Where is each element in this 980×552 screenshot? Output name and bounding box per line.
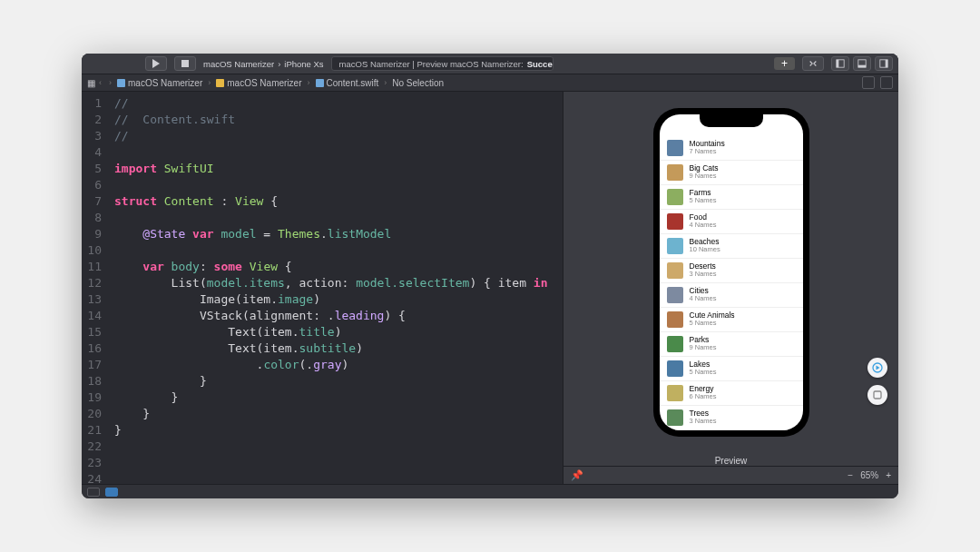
editor-footer: [82, 484, 898, 498]
related-items-icon[interactable]: ▦: [87, 78, 93, 88]
toggle-debug-button[interactable]: [853, 56, 871, 71]
iphone-frame: Mountains7 NamesBig Cats9 NamesFarms5 Na…: [653, 108, 809, 437]
toggle-navigator-button[interactable]: [831, 56, 849, 71]
zoom-level[interactable]: 65%: [860, 470, 878, 480]
preview-label: Preview: [564, 452, 898, 466]
run-button[interactable]: [145, 56, 167, 71]
thumbnail: [667, 164, 683, 181]
status-result: Succeeded: [527, 59, 554, 69]
chevron-icon: ›: [382, 78, 388, 87]
svg-rect-2: [837, 60, 839, 67]
back-button[interactable]: ‹: [97, 78, 103, 87]
list-item[interactable]: Lakes5 Names: [660, 357, 803, 381]
source-editor[interactable]: 1234567891011121314151617181920212223242…: [82, 92, 563, 484]
thumbnail: [667, 213, 683, 230]
content-area: 1234567891011121314151617181920212223242…: [82, 92, 898, 484]
footer-button-2[interactable]: [105, 488, 118, 497]
list-item[interactable]: Beaches10 Names: [660, 234, 803, 259]
forward-button[interactable]: ›: [107, 78, 113, 87]
preview-list: Mountains7 NamesBig Cats9 NamesFarms5 Na…: [660, 114, 803, 430]
footer-button-1[interactable]: [87, 488, 100, 497]
line-gutter: 1234567891011121314151617181920212223242…: [82, 92, 107, 484]
list-item[interactable]: Cute Animals5 Names: [660, 308, 803, 332]
row-subtitle: 5 Names: [690, 369, 717, 376]
toolbar: macOS Namerizer › iPhone Xs macOS Nameri…: [82, 54, 898, 74]
list-item[interactable]: Farms5 Names: [660, 185, 803, 210]
row-subtitle: 9 Names: [690, 344, 717, 351]
row-subtitle: 6 Names: [690, 393, 717, 400]
scheme-target: macOS Namerizer: [203, 59, 274, 69]
row-subtitle: 5 Names: [690, 320, 735, 327]
pin-preview-button[interactable]: 📌: [571, 469, 583, 481]
jump-file[interactable]: Content.swift: [316, 78, 379, 88]
svg-rect-0: [181, 60, 189, 67]
scheme-device: iPhone Xs: [284, 59, 323, 69]
thumbnail: [667, 287, 683, 303]
status-text: macOS Namerizer | Preview macOS Namerize…: [339, 59, 524, 69]
live-preview-button[interactable]: [867, 358, 887, 378]
list-item[interactable]: Deserts3 Names: [660, 259, 803, 283]
thumbnail: [667, 238, 683, 254]
code-review-button[interactable]: [802, 56, 824, 71]
project-icon: [117, 79, 125, 87]
thumbnail: [667, 385, 683, 401]
thumbnail: [667, 140, 683, 156]
scheme-selector[interactable]: macOS Namerizer › iPhone Xs: [203, 59, 324, 69]
jump-project[interactable]: macOS Namerizer: [117, 78, 202, 88]
canvas-footer: 📌 − 65% +: [564, 466, 898, 484]
thumbnail: [667, 311, 683, 328]
zoom-in-button[interactable]: +: [886, 470, 891, 480]
thumbnail: [667, 409, 683, 426]
chevron-icon: ›: [306, 78, 312, 87]
swift-file-icon: [316, 79, 324, 87]
zoom-out-button[interactable]: −: [848, 470, 853, 480]
row-subtitle: 4 Names: [690, 295, 717, 302]
jump-selection[interactable]: No Selection: [392, 78, 444, 88]
canvas-body[interactable]: Mountains7 NamesBig Cats9 NamesFarms5 Na…: [564, 92, 898, 452]
inspect-preview-button[interactable]: [867, 385, 887, 405]
list-item[interactable]: Parks9 Names: [660, 332, 803, 357]
jump-bar: ▦ ‹ › macOS Namerizer › macOS Namerizer …: [82, 74, 898, 92]
stop-button[interactable]: [174, 56, 196, 71]
notch: [700, 114, 763, 127]
xcode-window: macOS Namerizer › iPhone Xs macOS Nameri…: [82, 54, 898, 498]
list-item[interactable]: Food4 Names: [660, 210, 803, 234]
folder-icon: [216, 79, 224, 87]
thumbnail: [667, 360, 683, 377]
row-subtitle: 7 Names: [690, 148, 725, 155]
list-item[interactable]: Energy6 Names: [660, 381, 803, 406]
chevron-right-icon: ›: [278, 59, 280, 69]
row-subtitle: 5 Names: [690, 197, 717, 204]
row-subtitle: 3 Names: [690, 271, 717, 278]
preview-canvas: Mountains7 NamesBig Cats9 NamesFarms5 Na…: [563, 92, 898, 484]
editor-options-button[interactable]: [880, 76, 893, 89]
iphone-screen: Mountains7 NamesBig Cats9 NamesFarms5 Na…: [660, 114, 803, 430]
thumbnail: [667, 336, 683, 352]
svg-rect-6: [886, 60, 888, 67]
chevron-icon: ›: [206, 78, 212, 87]
activity-status: macOS Namerizer | Preview macOS Namerize…: [331, 56, 554, 71]
list-item[interactable]: Cities4 Names: [660, 283, 803, 308]
row-subtitle: 9 Names: [690, 172, 719, 180]
library-add-button[interactable]: +: [774, 57, 795, 70]
list-item[interactable]: Big Cats9 Names: [660, 161, 803, 185]
thumbnail: [667, 262, 683, 279]
row-subtitle: 3 Names: [690, 418, 717, 425]
row-subtitle: 4 Names: [690, 222, 717, 229]
row-subtitle: 10 Names: [690, 246, 720, 253]
code-text[interactable]: // // Content.swift // import SwiftUI st…: [107, 92, 554, 484]
svg-rect-8: [874, 391, 881, 399]
svg-rect-4: [858, 65, 866, 68]
toggle-inspector-button[interactable]: [875, 56, 893, 71]
jump-group[interactable]: macOS Namerizer: [216, 78, 301, 88]
list-item[interactable]: Mountains7 Names: [660, 136, 803, 161]
list-item[interactable]: Trees3 Names: [660, 406, 803, 430]
editor-layout-button[interactable]: [862, 76, 875, 89]
thumbnail: [667, 189, 683, 205]
